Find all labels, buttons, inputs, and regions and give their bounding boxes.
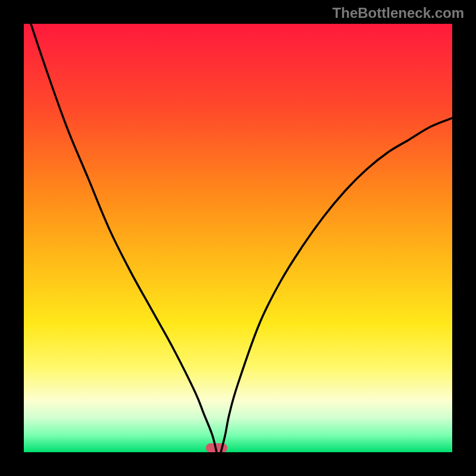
plot-area (24, 24, 452, 452)
gradient-background (24, 24, 452, 452)
chart-svg (24, 24, 452, 452)
watermark-text: TheBottleneck.com (333, 5, 464, 21)
chart-container: TheBottleneck.com (0, 0, 476, 476)
